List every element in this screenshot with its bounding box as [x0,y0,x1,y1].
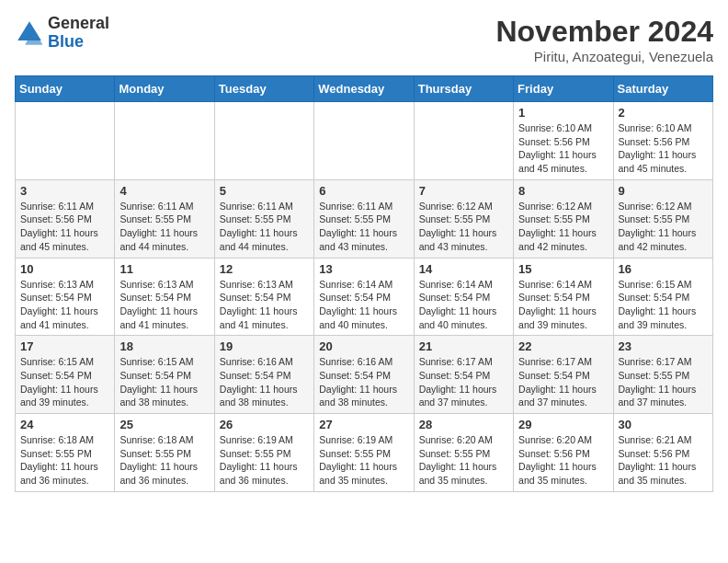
calendar-cell: 15Sunrise: 6:14 AM Sunset: 5:54 PM Dayli… [514,258,613,336]
calendar-cell: 6Sunrise: 6:11 AM Sunset: 5:55 PM Daylig… [314,179,414,258]
calendar-cell: 23Sunrise: 6:17 AM Sunset: 5:55 PM Dayli… [613,336,712,414]
day-number: 1 [518,106,608,120]
day-number: 10 [20,262,109,276]
calendar-cell: 11Sunrise: 6:13 AM Sunset: 5:54 PM Dayli… [115,258,214,336]
day-info: Sunrise: 6:10 AM Sunset: 5:56 PM Dayligh… [518,121,608,176]
day-info: Sunrise: 6:15 AM Sunset: 5:54 PM Dayligh… [619,278,708,332]
day-info: Sunrise: 6:17 AM Sunset: 5:54 PM Dayligh… [518,355,608,409]
day-info: Sunrise: 6:11 AM Sunset: 5:55 PM Dayligh… [220,200,309,254]
location-text: Piritu, Anzoategui, Venezuela [495,49,713,64]
day-number: 25 [119,418,209,431]
day-info: Sunrise: 6:16 AM Sunset: 5:54 PM Dayligh… [220,355,309,409]
day-number: 14 [419,262,508,276]
weekday-header-row: SundayMondayTuesdayWednesdayThursdayFrid… [16,76,713,102]
calendar-cell: 26Sunrise: 6:19 AM Sunset: 5:55 PM Dayli… [214,414,313,492]
week-row-1: 1Sunrise: 6:10 AM Sunset: 5:56 PM Daylig… [16,102,713,180]
day-number: 21 [419,339,508,353]
weekday-header-sunday: Sunday [16,76,115,102]
day-number: 4 [119,184,209,198]
day-number: 24 [20,418,109,431]
calendar-cell [115,102,214,180]
calendar-cell: 13Sunrise: 6:14 AM Sunset: 5:54 PM Dayli… [314,258,414,336]
day-info: Sunrise: 6:11 AM Sunset: 5:55 PM Dayligh… [319,200,408,254]
logo-text: General Blue [48,15,109,52]
calendar-cell: 1Sunrise: 6:10 AM Sunset: 5:56 PM Daylig… [514,102,613,180]
weekday-header-thursday: Thursday [414,76,513,102]
day-info: Sunrise: 6:11 AM Sunset: 5:55 PM Dayligh… [119,200,209,254]
day-number: 7 [419,184,508,198]
calendar-cell [314,102,414,180]
day-number: 13 [319,262,408,276]
day-number: 15 [518,262,608,276]
calendar-cell: 7Sunrise: 6:12 AM Sunset: 5:55 PM Daylig… [414,179,513,258]
day-number: 17 [20,339,109,353]
day-info: Sunrise: 6:21 AM Sunset: 5:56 PM Dayligh… [619,433,708,488]
day-info: Sunrise: 6:18 AM Sunset: 5:55 PM Dayligh… [119,433,209,488]
page-header: General Blue November 2024 Piritu, Anzoa… [15,15,713,64]
calendar-cell: 10Sunrise: 6:13 AM Sunset: 5:54 PM Dayli… [16,258,115,336]
day-number: 18 [119,339,209,353]
day-number: 5 [220,184,309,198]
calendar-cell: 27Sunrise: 6:19 AM Sunset: 5:55 PM Dayli… [314,414,414,492]
day-number: 27 [319,418,408,431]
day-number: 20 [319,339,408,353]
day-number: 6 [319,184,408,198]
day-info: Sunrise: 6:10 AM Sunset: 5:56 PM Dayligh… [619,121,708,176]
calendar-cell: 20Sunrise: 6:16 AM Sunset: 5:54 PM Dayli… [314,336,414,414]
day-info: Sunrise: 6:13 AM Sunset: 5:54 PM Dayligh… [119,278,209,332]
calendar-cell: 30Sunrise: 6:21 AM Sunset: 5:56 PM Dayli… [613,414,712,492]
week-row-2: 3Sunrise: 6:11 AM Sunset: 5:56 PM Daylig… [16,179,713,258]
day-number: 9 [619,184,708,198]
calendar-cell: 17Sunrise: 6:15 AM Sunset: 5:54 PM Dayli… [16,336,115,414]
day-number: 8 [518,184,608,198]
calendar-cell: 24Sunrise: 6:18 AM Sunset: 5:55 PM Dayli… [16,414,115,492]
day-info: Sunrise: 6:20 AM Sunset: 5:56 PM Dayligh… [518,433,608,488]
calendar-cell: 29Sunrise: 6:20 AM Sunset: 5:56 PM Dayli… [514,414,613,492]
day-info: Sunrise: 6:14 AM Sunset: 5:54 PM Dayligh… [419,278,508,332]
day-number: 3 [20,184,109,198]
day-number: 30 [619,418,708,431]
calendar-cell: 4Sunrise: 6:11 AM Sunset: 5:55 PM Daylig… [115,179,214,258]
day-number: 29 [518,418,608,431]
calendar-cell: 18Sunrise: 6:15 AM Sunset: 5:54 PM Dayli… [115,336,214,414]
weekday-header-friday: Friday [514,76,613,102]
day-info: Sunrise: 6:12 AM Sunset: 5:55 PM Dayligh… [419,200,508,254]
logo-general-text: General [48,15,109,33]
calendar-cell: 28Sunrise: 6:20 AM Sunset: 5:55 PM Dayli… [414,414,513,492]
week-row-3: 10Sunrise: 6:13 AM Sunset: 5:54 PM Dayli… [16,258,713,336]
day-info: Sunrise: 6:11 AM Sunset: 5:56 PM Dayligh… [20,200,109,254]
day-info: Sunrise: 6:18 AM Sunset: 5:55 PM Dayligh… [20,433,109,488]
week-row-4: 17Sunrise: 6:15 AM Sunset: 5:54 PM Dayli… [16,336,713,414]
calendar-cell: 21Sunrise: 6:17 AM Sunset: 5:54 PM Dayli… [414,336,513,414]
logo-blue-text: Blue [48,33,109,52]
day-info: Sunrise: 6:13 AM Sunset: 5:54 PM Dayligh… [20,278,109,332]
calendar-cell: 2Sunrise: 6:10 AM Sunset: 5:56 PM Daylig… [613,102,712,180]
day-info: Sunrise: 6:16 AM Sunset: 5:54 PM Dayligh… [319,355,408,409]
weekday-header-monday: Monday [115,76,214,102]
day-info: Sunrise: 6:19 AM Sunset: 5:55 PM Dayligh… [319,433,408,488]
week-row-5: 24Sunrise: 6:18 AM Sunset: 5:55 PM Dayli… [16,414,713,492]
day-number: 12 [220,262,309,276]
calendar-cell: 25Sunrise: 6:18 AM Sunset: 5:55 PM Dayli… [115,414,214,492]
weekday-header-tuesday: Tuesday [214,76,313,102]
calendar-table: SundayMondayTuesdayWednesdayThursdayFrid… [15,75,713,492]
day-info: Sunrise: 6:14 AM Sunset: 5:54 PM Dayligh… [518,278,608,332]
day-info: Sunrise: 6:15 AM Sunset: 5:54 PM Dayligh… [20,355,109,409]
day-number: 23 [619,339,708,353]
day-number: 28 [419,418,508,431]
calendar-cell: 5Sunrise: 6:11 AM Sunset: 5:55 PM Daylig… [214,179,313,258]
calendar-cell [414,102,513,180]
day-info: Sunrise: 6:15 AM Sunset: 5:54 PM Dayligh… [119,355,209,409]
calendar-cell [16,102,115,180]
day-info: Sunrise: 6:20 AM Sunset: 5:55 PM Dayligh… [419,433,508,488]
calendar-cell: 8Sunrise: 6:12 AM Sunset: 5:55 PM Daylig… [514,179,613,258]
day-info: Sunrise: 6:17 AM Sunset: 5:54 PM Dayligh… [419,355,508,409]
calendar-cell: 9Sunrise: 6:12 AM Sunset: 5:55 PM Daylig… [613,179,712,258]
day-number: 2 [619,106,708,120]
day-number: 19 [220,339,309,353]
day-info: Sunrise: 6:13 AM Sunset: 5:54 PM Dayligh… [220,278,309,332]
day-number: 26 [220,418,309,431]
day-number: 16 [619,262,708,276]
day-info: Sunrise: 6:17 AM Sunset: 5:55 PM Dayligh… [619,355,708,409]
calendar-cell: 14Sunrise: 6:14 AM Sunset: 5:54 PM Dayli… [414,258,513,336]
